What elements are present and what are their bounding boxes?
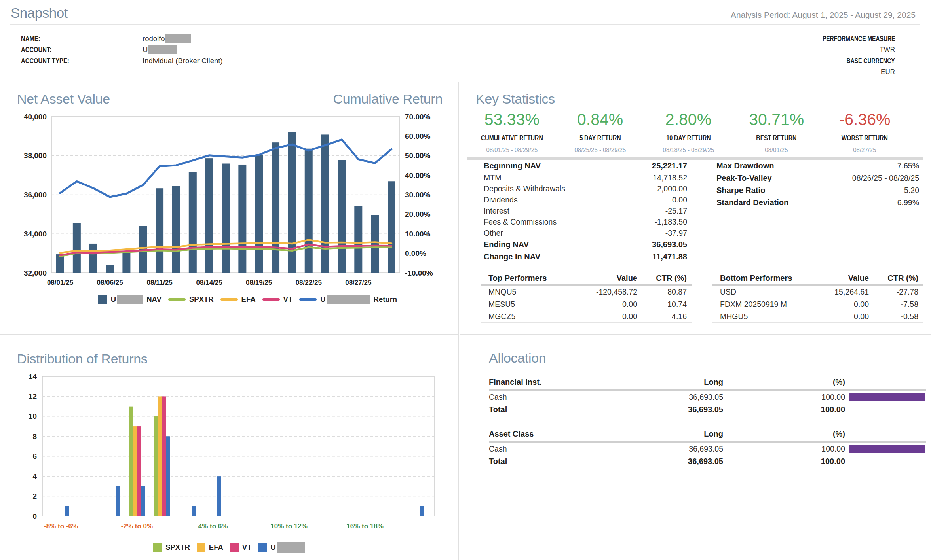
nav-right-tick: 40.00%: [405, 171, 431, 180]
performers-ctr-header: CTR (%): [887, 273, 918, 283]
risk-summary-value: 6.99%: [897, 197, 919, 209]
redacted-value: [165, 34, 191, 43]
nav-chart: 40,00038,00036,00034,00032,00070.00%60.0…: [0, 110, 459, 316]
legend-item-vt: VT: [230, 543, 252, 552]
nav-bar: [255, 155, 263, 273]
nav-bar: [305, 149, 313, 273]
allocation-long-value: 36,693.05: [604, 443, 723, 455]
dist-bar-vt: [162, 396, 166, 516]
dist-y-tick: 8: [32, 432, 37, 441]
meta-value: Individual (Broker Client): [142, 57, 223, 65]
meta-label: ACCOUNT:: [21, 44, 142, 55]
legend-item-account: U: [258, 542, 305, 553]
nav-left-tick: 36,000: [24, 191, 47, 199]
nav-summary-label: Interest: [484, 206, 509, 215]
risk-summary-label: Sharpe Ratio: [716, 186, 765, 195]
legend-label: VT: [283, 295, 293, 304]
allocation-header-row: Financial Inst.Long(%): [489, 376, 926, 388]
risk-summary-row: Sharpe Ratio5.20: [716, 184, 919, 197]
performers-header-row: Bottom PerformersValueCTR (%): [712, 273, 923, 283]
nav-summary-value: 0.00: [672, 194, 687, 205]
risk-summary-table: Max Drawdown7.65%Peak-To-Valley08/26/25 …: [716, 160, 919, 209]
dist-bar-account: [420, 506, 424, 516]
bottom-performers-table: Bottom PerformersValueCTR (%)USD15,264.6…: [712, 273, 923, 323]
allocation-name-header: Asset Class: [489, 428, 534, 440]
nav-x-tick: 08/01/25: [47, 279, 73, 286]
nav-x-tick: 08/19/25: [246, 279, 272, 286]
dist-bar-efa: [133, 426, 137, 516]
risk-summary-label: Peak-To-Valley: [716, 174, 772, 182]
nav-summary-value: -37.97: [665, 227, 687, 238]
nav-bar: [172, 186, 180, 273]
key-stat-value: 53.33%: [468, 112, 556, 128]
performers-ctr-header: CTR (%): [656, 273, 687, 283]
nav-summary-label: Dividends: [484, 195, 518, 204]
performer-value: 0.00: [854, 298, 869, 310]
dist-y-tick: 0: [32, 512, 37, 520]
legend-item-vt: VT: [262, 295, 293, 304]
key-stat-highlight: 53.33%CUMULATIVE RETURN08/01/25 - 08/29/…: [468, 112, 556, 154]
distribution-chart: 02468101214-8% to -6%-2% to 0%4% to 6%10…: [0, 367, 459, 537]
nav-right-tick: 30.00%: [405, 191, 431, 199]
meta-divider: [10, 81, 920, 81]
nav-left-tick: 32,000: [24, 269, 47, 277]
nav-summary-value: 25,221.17: [652, 160, 687, 172]
allocation-total-label: Total: [489, 403, 507, 416]
allocation-pct-header: (%): [726, 376, 845, 388]
legend-swatch-square: [153, 543, 162, 552]
risk-summary-row: Peak-To-Valley08/26/25 - 08/28/25: [716, 172, 919, 184]
nav-x-tick: 08/06/25: [97, 279, 123, 286]
legend-redacted: [117, 295, 143, 304]
dist-bar-account: [166, 436, 170, 516]
meta-label: NAME:: [21, 33, 142, 44]
meta-row: ACCOUNT TYPE:Individual (Broker Client): [21, 55, 223, 66]
page-title: Snapshot: [11, 5, 68, 21]
account-meta: NAME:rodolfoACCOUNT:UACCOUNT TYPE:Indivi…: [0, 25, 931, 81]
legend-swatch-line: [168, 298, 186, 301]
distribution-panel: Distribution of Returns 02468101214-8% t…: [0, 335, 459, 560]
legend-redacted: [277, 542, 305, 553]
top-performers-table: Top PerformersValueCTR (%)MNQU5-120,458.…: [481, 273, 692, 323]
legend-swatch-line: [262, 298, 280, 301]
allocation-pct-value: 100.00: [726, 443, 845, 455]
legend-item-nav: UNAV: [98, 295, 162, 304]
key-stat-label: BEST RETURN: [740, 134, 813, 142]
dist-bar-account: [65, 506, 69, 516]
nav-left-tick: 40,000: [24, 113, 47, 121]
key-stat-label: CUMULATIVE RETURN: [476, 134, 548, 142]
performer-ctr: -7.58: [901, 298, 918, 310]
nav-panel: Net Asset Value Cumulative Return 40,000…: [0, 82, 459, 335]
legend-label: U: [111, 295, 116, 304]
dist-bar-spxtr: [129, 407, 133, 516]
meta-row: ACCOUNT:U: [21, 44, 223, 55]
nav-bar: [122, 252, 130, 273]
key-stat-period: 08/18/25 - 08/29/25: [650, 146, 727, 154]
dist-bin-label: -8% to -6%: [44, 522, 78, 530]
nav-bar: [189, 172, 197, 273]
key-stat-highlight: 2.80%10 DAY RETURN08/18/25 - 08/29/25: [644, 112, 733, 154]
dist-bar-spxtr: [154, 416, 158, 516]
risk-summary-row: Max Drawdown7.65%: [716, 160, 919, 172]
account-meta-left: NAME:rodolfoACCOUNT:UACCOUNT TYPE:Indivi…: [21, 33, 223, 66]
meta-right-label: BASE CURRENCY: [804, 55, 895, 66]
dist-y-tick: 12: [28, 392, 37, 401]
legend-label: U: [320, 295, 325, 304]
key-stat-label: WORST RETURN: [828, 134, 901, 142]
dist-bar-account: [116, 486, 120, 516]
meta-row: NAME:rodolfo: [21, 33, 223, 44]
performers-header-row: Top PerformersValueCTR (%): [481, 273, 692, 283]
performer-ctr: 4.16: [672, 310, 687, 323]
legend-item-spxtr: SPXTR: [153, 543, 190, 552]
meta-right-value: EUR: [804, 66, 895, 78]
nav-left-tick: 34,000: [24, 230, 47, 238]
allocation-pct-bar: [849, 445, 925, 453]
legend-swatch-line: [220, 298, 238, 301]
allocation-name-header: Financial Inst.: [489, 376, 542, 388]
allocation-total-row: Total36,693.05100.00: [489, 403, 926, 416]
distribution-chart-legend: SPXTREFAVTU: [0, 542, 458, 553]
nav-summary-row: Interest-25.17: [484, 205, 687, 216]
redacted-value: [148, 45, 177, 54]
performer-ctr: 80.87: [667, 286, 687, 298]
risk-summary-label: Max Drawdown: [716, 161, 774, 170]
nav-right-tick: 50.00%: [405, 151, 431, 160]
